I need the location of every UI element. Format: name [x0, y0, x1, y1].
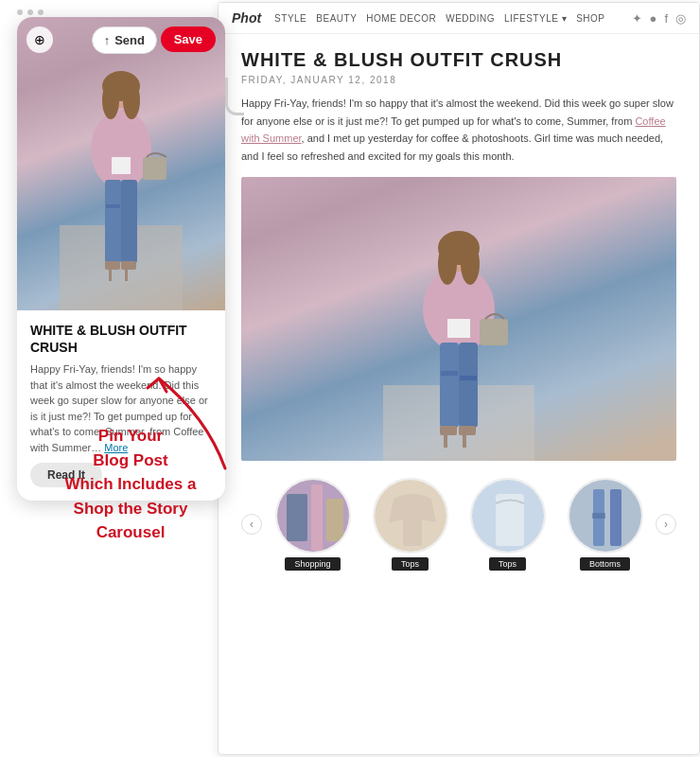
- nav-dot: [27, 9, 33, 15]
- pin-expand-button[interactable]: ⊕: [26, 26, 53, 53]
- svg-point-28: [91, 110, 151, 189]
- send-label: Send: [114, 33, 145, 47]
- blog-body: Happy Fri-Yay, friends! I'm so happy tha…: [241, 95, 676, 166]
- blog-content: WHITE & BLUSH OUTFIT CRUSH FRIDAY, JANUA…: [219, 34, 699, 590]
- nav-lifestyle[interactable]: LIFESTYLE ▾: [504, 13, 567, 24]
- svg-point-31: [102, 81, 119, 119]
- carousel-next[interactable]: ›: [656, 514, 676, 535]
- blog-date: FRIDAY, JANUARY 12, 2018: [241, 75, 676, 85]
- svg-rect-40: [125, 268, 128, 281]
- blog-main-image: [241, 177, 676, 461]
- carousel-img-4: [568, 478, 643, 554]
- nav-beauty[interactable]: BEAUTY: [316, 13, 357, 24]
- nav-style[interactable]: STYLE: [274, 13, 306, 24]
- blog-nav: Phot STYLE BEAUTY HOME DECOR WEDDING LIF…: [219, 3, 699, 34]
- carousel-prev[interactable]: ‹: [241, 514, 262, 535]
- carousel-item-3[interactable]: Tops: [463, 478, 552, 571]
- svg-rect-6: [447, 319, 470, 338]
- connector-arc: [225, 78, 244, 115]
- annotation-line4: Shop the Story: [74, 500, 188, 518]
- svg-rect-37: [105, 261, 120, 270]
- svg-rect-39: [109, 268, 112, 281]
- send-icon: ↑: [104, 33, 111, 47]
- nav-dot: [38, 9, 44, 15]
- pinterest-icon[interactable]: ●: [650, 11, 657, 26]
- instagram-icon[interactable]: ◎: [675, 11, 686, 26]
- carousel-label-4: Bottoms: [580, 557, 630, 571]
- svg-rect-38: [121, 261, 136, 270]
- svg-rect-15: [480, 319, 508, 345]
- blog-fashion-figure: [383, 196, 534, 461]
- annotation-line2: Blog Post: [93, 451, 167, 469]
- annotation-line3: Which Includes a: [65, 475, 197, 493]
- svg-rect-25: [610, 489, 621, 546]
- svg-rect-35: [121, 180, 137, 263]
- carousel-img-3: [470, 478, 546, 554]
- svg-rect-14: [463, 432, 466, 448]
- nav-shop[interactable]: SHOP: [576, 13, 604, 24]
- svg-point-32: [123, 81, 140, 119]
- blog-container: Phot STYLE BEAUTY HOME DECOR WEDDING LIF…: [218, 2, 700, 755]
- svg-rect-13: [444, 432, 447, 448]
- svg-point-4: [438, 243, 457, 285]
- svg-rect-23: [569, 480, 643, 554]
- nav-wedding[interactable]: WEDDING: [446, 13, 495, 24]
- carousel-items: Shopping Tops: [268, 478, 650, 571]
- carousel-img-2: [373, 478, 448, 554]
- twitter-icon[interactable]: ✦: [632, 11, 642, 26]
- svg-rect-12: [459, 426, 476, 435]
- facebook-icon[interactable]: f: [664, 11, 668, 26]
- svg-rect-10: [460, 376, 477, 380]
- coffee-link[interactable]: Coffee with Summer: [241, 115, 666, 145]
- annotation-text: Pin Your Blog Post Which Includes a Shop…: [55, 424, 206, 545]
- svg-rect-18: [311, 484, 323, 551]
- svg-rect-11: [440, 426, 457, 435]
- pin-save-button[interactable]: Save: [161, 26, 216, 52]
- pin-image: ⊕: [17, 17, 225, 310]
- annotation-line1: Pin Your: [98, 427, 163, 445]
- carousel-section: ‹ Shopping: [241, 474, 676, 574]
- carousel-label-2: Tops: [392, 557, 429, 571]
- carousel-item-4[interactable]: Bottoms: [560, 478, 650, 571]
- svg-rect-36: [106, 204, 120, 208]
- svg-rect-7: [440, 343, 459, 428]
- svg-rect-34: [105, 180, 121, 263]
- carousel-item-1[interactable]: Shopping: [268, 478, 358, 571]
- pin-fashion-figure: [60, 36, 183, 310]
- carousel-item-2[interactable]: Tops: [365, 478, 455, 571]
- annotation-line5: Carousel: [96, 523, 166, 541]
- svg-rect-17: [287, 494, 307, 541]
- svg-point-5: [461, 243, 480, 285]
- nav-home-decor[interactable]: HOME DECOR: [366, 13, 436, 24]
- pin-title: WHITE & BLUSH OUTFIT CRUSH: [30, 322, 212, 356]
- svg-rect-33: [112, 157, 131, 174]
- svg-rect-19: [326, 499, 343, 541]
- carousel-img-1: [275, 478, 351, 554]
- carousel-label-3: Tops: [489, 557, 526, 571]
- blog-social-icons: ✦ ● f ◎: [632, 11, 686, 26]
- nav-dots: [17, 9, 44, 15]
- pin-send-button[interactable]: ↑ Send: [92, 26, 157, 54]
- nav-dot: [17, 9, 23, 15]
- svg-rect-41: [143, 157, 166, 180]
- carousel-label-1: Shopping: [285, 557, 340, 571]
- blog-nav-items: STYLE BEAUTY HOME DECOR WEDDING LIFESTYL…: [274, 13, 604, 24]
- svg-rect-26: [592, 513, 605, 519]
- blog-logo: Phot: [232, 10, 261, 26]
- svg-rect-9: [441, 371, 458, 376]
- blog-title: WHITE & BLUSH OUTFIT CRUSH: [241, 49, 676, 71]
- svg-rect-8: [459, 343, 478, 428]
